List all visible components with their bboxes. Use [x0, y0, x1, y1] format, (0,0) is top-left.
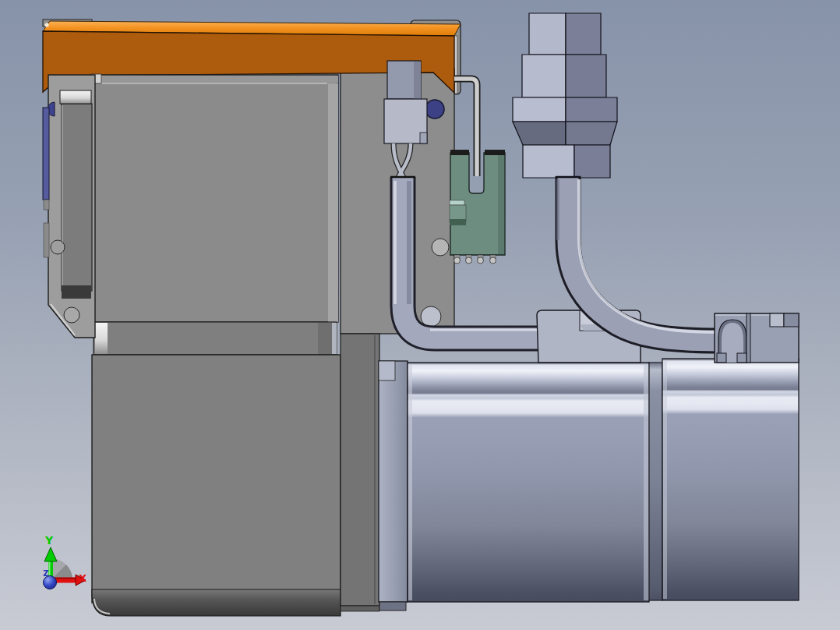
pcb-pins [454, 255, 496, 264]
pcb-top-cap-left [450, 150, 469, 155]
servo-motor[interactable] [379, 359, 799, 611]
screw-hole-navy [425, 100, 444, 119]
screw-hole-light [432, 239, 449, 256]
left-bracket[interactable] [43, 75, 95, 338]
housing-side-wall [341, 334, 379, 606]
y-axis-label: Y [44, 534, 54, 547]
motor-body[interactable] [408, 363, 649, 602]
lower-housing[interactable] [92, 334, 379, 616]
pcb-top-cap-right [485, 150, 505, 155]
corner-highlight [44, 23, 48, 27]
cad-viewport[interactable]: Y X Z [0, 0, 840, 630]
front-panel[interactable] [91, 74, 338, 355]
bracket-hole-upper [51, 240, 65, 254]
side-rail [43, 108, 49, 200]
cable-exit-hole [421, 306, 441, 327]
clamp-notch-right [784, 313, 799, 327]
motor-rear-housing[interactable] [662, 359, 799, 600]
clamp-notch-left [770, 313, 784, 327]
bracket-window-panel [62, 104, 92, 291]
x-axis-label: X [79, 572, 86, 584]
motor-front-flange[interactable] [379, 361, 408, 611]
signal-connector[interactable] [384, 61, 427, 143]
bracket-pin [60, 90, 91, 104]
bracket-hole-lower [64, 307, 79, 323]
motor-gap-ring [649, 363, 662, 600]
cable-clamp-bracket[interactable] [715, 313, 799, 363]
coordinate-triad[interactable]: Y X Z [43, 534, 86, 589]
power-connector[interactable] [513, 13, 617, 178]
hinge-recess [94, 322, 337, 355]
origin-sphere [44, 576, 57, 589]
